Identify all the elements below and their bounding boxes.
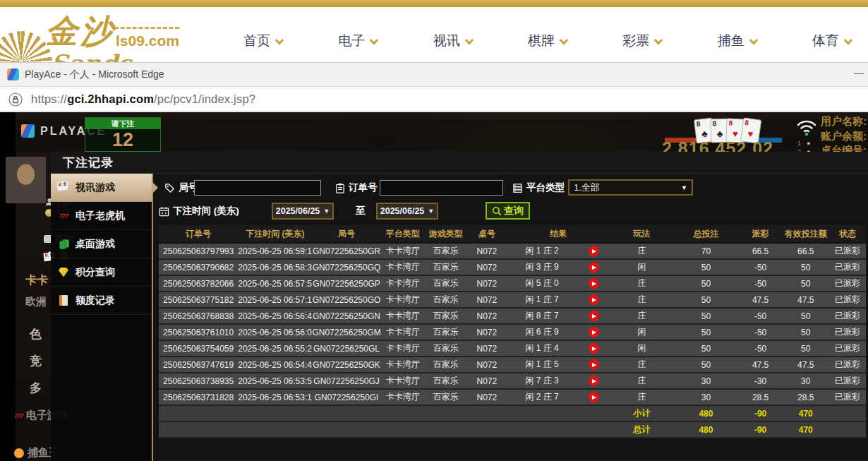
date-from-select[interactable]: 2025/06/25 ▼ [272,203,334,220]
sidebar-item-points-inquiry[interactable]: 积分查询 [51,258,152,287]
cell-replay [577,373,610,389]
cell-status: 已派彩 [829,243,866,259]
cell-order-number: 250625063761010 [159,324,238,340]
cell-platform-type: 卡卡湾厅 [381,373,425,389]
cell-play-type: 庄 [610,357,673,373]
col-order-number: 订单号 [159,225,238,243]
brand-name: 金沙 [45,10,116,54]
nav-label: 视讯 [433,32,460,50]
nav-item-live[interactable]: 视讯 [433,32,471,50]
label-text: 下注时间 (美东) [173,205,239,217]
nav-item-home[interactable]: 首页 [243,32,282,50]
nav-item-sports[interactable]: 体育 [812,32,850,50]
cell-payout: 47.5 [739,357,783,373]
replay-play-button[interactable] [589,311,599,321]
play-icon [592,330,596,335]
nav-label: 体育 [812,32,839,50]
menu-text: 色 [30,326,42,342]
minimize-button[interactable]: — [854,67,864,78]
cell-total-bet: 50 [673,259,738,275]
menu-text: 竞 [30,353,42,369]
nav-item-slots[interactable]: 电子 [338,32,376,50]
replay-play-button[interactable] [589,327,599,337]
menu-item-jing[interactable]: 竞 [30,353,42,369]
chevron-down-icon [464,35,474,44]
sidebar-item-video-games[interactable]: 9K 视讯游戏 [51,174,152,202]
cell-valid-bet: 28.5 [783,389,829,405]
sidebar-item-quota-records[interactable]: 额度记录 [51,287,152,315]
cell-platform-type: 卡卡湾厅 [381,259,425,275]
cell-bet-time: 2025-06-25 06:54:45 [238,357,312,373]
nav-label: 彩票 [622,32,649,50]
platform-type-label: 平台类型 [512,181,565,194]
slots-777-icon: 777 [57,210,70,222]
nav-item-board[interactable]: 棋牌 [528,32,566,50]
chevron-down-icon [844,35,853,44]
search-button[interactable]: 查询 [486,202,530,220]
replay-play-button[interactable] [589,359,599,370]
platform-type-select[interactable]: 1.全部 ▼ [568,179,693,196]
label-text: 平台类型 [526,181,565,194]
page-viewport: PLAYACE 请下注 12 8♣ 8♣ 8♥ 8♥ 2,816,452.02 … [0,112,868,461]
cell-round-number: GN072256250GM [312,324,380,340]
col-platform-type: 平台类型 [381,225,425,243]
cell-result: 闲 1 庄 4 [507,340,577,357]
table-row: 250625063790682 2025-06-25 06:58:39 GN07… [159,259,866,275]
cell-valid-bet: 47.5 [783,357,829,373]
logo-dashes [114,27,179,29]
table-row: 250625063782066 2025-06-25 06:57:56 GN07… [159,275,866,292]
sidebar-item-slot-machines[interactable]: 777 电子老虎机 [51,202,152,230]
cell-order-number: 250625063768838 [159,308,238,324]
nav-item-fishing[interactable]: 捕鱼 [718,32,756,50]
platform-type-value: 1.全部 [574,181,600,194]
replay-play-button[interactable] [589,392,599,402]
table-row: 250625063775182 2025-06-25 06:57:17 GN07… [159,292,866,308]
cell-result: 闲 6 庄 9 [507,324,577,340]
cell-order-number: 250625063731828 [159,389,238,405]
main-nav: 首页 电子 视讯 棋牌 彩票 捕鱼 体育 [243,27,850,55]
edge-urlbar[interactable]: https://gci.2hhapi.com/pc/pcv1/index.jsp… [0,87,868,112]
menu-item-duo[interactable]: 多 [30,380,42,396]
menu-item-europe[interactable]: 欧洲 [25,295,47,309]
cell-play-type: 闲 [610,324,673,340]
play-icon [592,282,596,286]
date-to-select[interactable]: 2025/06/25 ▼ [376,203,438,220]
cell-table-number: N072 [467,357,507,373]
nav-label: 捕鱼 [718,32,745,50]
edge-titlebar[interactable]: PlayAce - 个人 - Microsoft Edge — [0,62,868,87]
cell-payout: 28.5 [739,389,783,405]
replay-play-button[interactable] [589,294,599,305]
replay-play-button[interactable] [589,246,599,256]
cell-replay [577,389,610,405]
cell-bet-time: 2025-06-25 06:56:02 [238,324,312,340]
round-number-input[interactable] [194,180,321,196]
cell-table-number: N072 [467,373,507,389]
replay-play-button[interactable] [589,278,599,289]
cell-status: 已派彩 [829,308,866,324]
cell-replay [577,324,610,340]
gold-top-strip [0,0,868,7]
replay-play-button[interactable] [589,343,599,354]
cell-platform-type: 卡卡湾厅 [381,324,425,340]
cell-replay [577,308,610,324]
replay-play-button[interactable] [589,376,599,386]
cell-round-number: GN072256250GN [312,308,380,324]
url-text[interactable]: https://gci.2hhapi.com/pc/pcv1/index.jsp… [31,92,255,106]
cell-table-number: N072 [467,340,507,357]
url-scheme: https:// [31,92,67,105]
col-result: 结果 [507,225,610,243]
cell-play-type: 庄 [610,308,673,324]
cell-status: 已派彩 [829,389,866,405]
sidebar-item-table-games[interactable]: 桌面游戏 [51,230,152,258]
dropdown-arrow-icon: ▼ [681,184,687,191]
cell-bet-time: 2025-06-25 06:56:43 [238,308,312,324]
cell-round-number: GN072256250GJ [312,373,380,389]
replay-play-button[interactable] [589,262,599,273]
grand-total-valid: 470 [783,421,829,438]
cell-play-type: 庄 [610,243,673,259]
fish-icon [14,448,24,458]
nav-item-lottery[interactable]: 彩票 [622,32,661,50]
cell-round-number: GN072256250GL [312,340,380,357]
menu-item-se[interactable]: 色 [30,326,42,342]
order-number-input[interactable] [380,180,503,196]
